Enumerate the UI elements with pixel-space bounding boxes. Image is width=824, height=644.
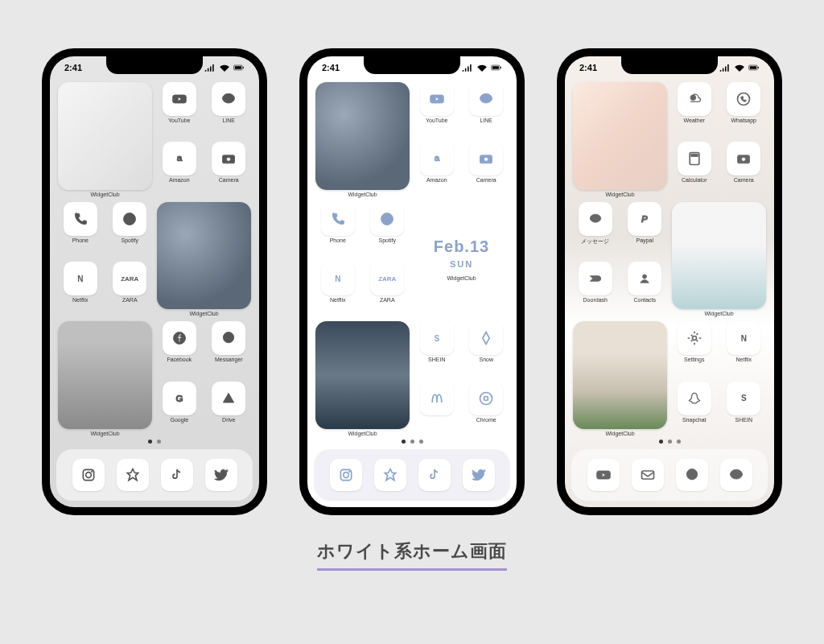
youtube-icon[interactable] bbox=[587, 459, 620, 491]
youtube-icon bbox=[420, 82, 454, 116]
widget-pink[interactable]: WidgetClub bbox=[573, 82, 667, 197]
doordash-icon bbox=[579, 262, 612, 295]
youtube-icon bbox=[163, 82, 196, 116]
mail-icon[interactable] bbox=[632, 459, 664, 491]
widget-tulip[interactable]: WidgetClub bbox=[573, 321, 667, 436]
line-icon[interactable] bbox=[720, 459, 752, 491]
phone-3: 2:41 WidgetClub Weather Whatsapp Calcula… bbox=[557, 48, 782, 515]
app-messages[interactable]: メッセージ bbox=[573, 202, 618, 257]
svg-rect-2 bbox=[243, 67, 244, 68]
app-spotify[interactable]: Spotify bbox=[365, 202, 410, 257]
tiktok-icon[interactable] bbox=[161, 459, 193, 491]
clock: 2:41 bbox=[579, 63, 597, 72]
instagram-icon[interactable] bbox=[72, 459, 105, 491]
widget-swan[interactable]: WidgetClub bbox=[315, 321, 410, 436]
zara-icon: ZARA bbox=[370, 262, 404, 295]
caption: ホワイト系ホーム画面 bbox=[317, 539, 507, 571]
svg-point-9 bbox=[124, 213, 136, 225]
app-drive[interactable]: Drive bbox=[207, 382, 252, 436]
twitter-icon[interactable] bbox=[205, 459, 237, 491]
notch bbox=[364, 56, 460, 74]
app-netflix[interactable]: NNetflix bbox=[315, 262, 360, 316]
app-line[interactable]: LINE bbox=[464, 82, 509, 137]
dock-1 bbox=[56, 449, 253, 501]
app-phone[interactable]: Phone bbox=[315, 202, 360, 257]
app-zara[interactable]: ZARAZARA bbox=[108, 262, 153, 316]
app-youtube[interactable]: YouTube bbox=[157, 82, 202, 137]
tiktok-icon[interactable] bbox=[418, 459, 451, 491]
app-chrome[interactable]: Chrome bbox=[464, 382, 509, 436]
app-doordash[interactable]: Doordash bbox=[573, 262, 618, 316]
widget-bubble[interactable]: WidgetClub bbox=[157, 202, 251, 317]
svg-text:G: G bbox=[175, 393, 183, 403]
date-widget[interactable]: Feb.13 SUN WidgetClub bbox=[414, 202, 509, 317]
messenger-icon[interactable] bbox=[676, 459, 708, 491]
mcdonalds-icon bbox=[420, 382, 454, 415]
app-amazon[interactable]: aAmazon bbox=[157, 142, 202, 196]
appstore-icon[interactable] bbox=[117, 459, 149, 491]
svg-point-27 bbox=[480, 392, 492, 404]
svg-point-35 bbox=[690, 95, 696, 101]
app-snapchat[interactable]: Snapchat bbox=[672, 382, 717, 436]
chrome-icon bbox=[469, 382, 503, 415]
svg-point-28 bbox=[484, 396, 488, 400]
app-shein[interactable]: SSHEIN bbox=[722, 382, 767, 436]
app-calculator[interactable]: Calculator bbox=[672, 142, 717, 196]
svg-point-44 bbox=[692, 336, 696, 341]
app-camera[interactable]: Camera bbox=[464, 142, 509, 196]
widget-label: WidgetClub bbox=[704, 311, 733, 316]
drive-icon bbox=[212, 382, 245, 415]
svg-rect-33 bbox=[750, 66, 756, 69]
line-icon bbox=[469, 82, 503, 116]
app-contacts[interactable]: Contacts bbox=[623, 262, 668, 316]
app-camera[interactable]: Camera bbox=[722, 142, 767, 196]
app-netflix[interactable]: NNetflix bbox=[722, 321, 767, 376]
svg-point-15 bbox=[85, 473, 91, 478]
app-phone[interactable]: Phone bbox=[58, 202, 103, 257]
date-sub: SUN bbox=[450, 259, 473, 269]
app-facebook[interactable]: Facebook bbox=[157, 321, 202, 376]
line-icon bbox=[212, 82, 245, 116]
app-paypal[interactable]: PPaypal bbox=[623, 202, 668, 257]
widget-bubble[interactable]: WidgetClub bbox=[315, 82, 410, 197]
amazon-icon: a bbox=[163, 142, 196, 175]
app-camera[interactable]: Camera bbox=[207, 142, 252, 196]
app-netflix[interactable]: NNetflix bbox=[58, 262, 103, 316]
app-snow[interactable]: Snow bbox=[464, 321, 509, 376]
app-messenger[interactable]: Messanger bbox=[207, 321, 252, 376]
dock-3 bbox=[571, 449, 768, 501]
widget-label: WidgetClub bbox=[90, 431, 119, 436]
app-shein[interactable]: SSHEIN bbox=[414, 321, 459, 376]
home-grid-2: WidgetClub YouTube LINE aAmazon Camera P… bbox=[307, 79, 517, 436]
appstore-icon[interactable] bbox=[374, 459, 406, 491]
widget-label: WidgetClub bbox=[348, 192, 377, 197]
svg-text:a: a bbox=[435, 153, 440, 163]
app-zara[interactable]: ZARAZARA bbox=[365, 262, 410, 316]
widget-image bbox=[157, 202, 251, 310]
home-grid-3: WidgetClub Weather Whatsapp Calculator C… bbox=[565, 79, 774, 436]
widget-cloud[interactable]: WidgetClub bbox=[58, 321, 152, 436]
instagram-icon[interactable] bbox=[330, 459, 362, 491]
twitter-icon[interactable] bbox=[463, 459, 495, 491]
app-spotify[interactable]: Spotify bbox=[108, 202, 153, 257]
app-google[interactable]: GGoogle bbox=[157, 382, 202, 436]
app-mcdonalds[interactable] bbox=[414, 382, 459, 436]
app-line[interactable]: LINE bbox=[207, 82, 252, 137]
netflix-icon: N bbox=[321, 262, 355, 295]
app-whatsapp[interactable]: Whatsapp bbox=[722, 82, 767, 137]
facebook-icon bbox=[163, 321, 196, 355]
svg-rect-34 bbox=[758, 67, 759, 68]
screen-2: 2:41 WidgetClub YouTube LINE aAmazon Cam… bbox=[307, 56, 517, 507]
app-amazon[interactable]: aAmazon bbox=[414, 142, 459, 196]
widget-cake[interactable]: WidgetClub bbox=[672, 202, 766, 317]
settings-icon bbox=[678, 321, 711, 355]
app-settings[interactable]: Settings bbox=[672, 321, 717, 376]
weather-icon bbox=[678, 82, 711, 116]
svg-point-41 bbox=[590, 214, 600, 222]
notch bbox=[106, 56, 203, 74]
widget-bear[interactable]: WidgetClub bbox=[58, 82, 152, 197]
app-weather[interactable]: Weather bbox=[672, 82, 717, 137]
app-youtube[interactable]: YouTube bbox=[414, 82, 459, 137]
camera-icon bbox=[727, 142, 760, 175]
svg-point-48 bbox=[686, 469, 697, 480]
